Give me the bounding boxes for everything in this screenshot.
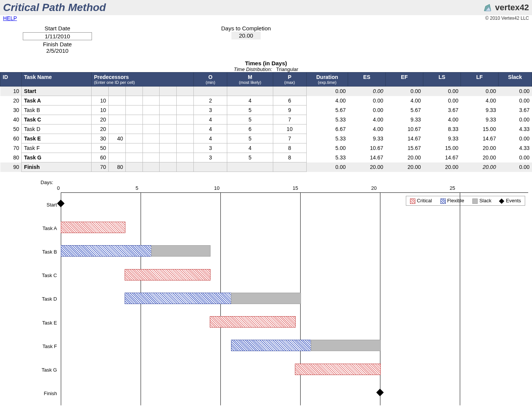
cell[interactable] bbox=[177, 134, 194, 143]
cell: 9.33 bbox=[386, 115, 423, 124]
cell[interactable]: 70 bbox=[92, 162, 109, 172]
cell[interactable]: 4 bbox=[227, 96, 273, 106]
start-date-input[interactable]: 1/11/2010 bbox=[23, 32, 92, 40]
cell[interactable] bbox=[273, 162, 306, 172]
gantt-row-label: Task G bbox=[4, 367, 61, 373]
cell[interactable]: 50 bbox=[92, 143, 109, 153]
cell: 0.00 bbox=[498, 115, 532, 124]
cell[interactable] bbox=[177, 143, 194, 153]
cell[interactable]: 7 bbox=[273, 115, 306, 124]
cell[interactable]: 40 bbox=[109, 134, 126, 143]
cell: 0.00 bbox=[306, 162, 348, 172]
help-link[interactable]: HELP bbox=[3, 15, 17, 21]
cell[interactable] bbox=[125, 134, 142, 143]
cell[interactable]: 3 bbox=[194, 143, 227, 153]
cell[interactable] bbox=[125, 106, 142, 115]
cell[interactable] bbox=[177, 153, 194, 162]
cell: 3.67 bbox=[423, 106, 461, 115]
cell[interactable]: 4 bbox=[194, 134, 227, 143]
cell[interactable] bbox=[177, 96, 194, 106]
cell[interactable] bbox=[194, 87, 227, 96]
cell[interactable] bbox=[125, 124, 142, 134]
cell[interactable]: 4 bbox=[194, 115, 227, 124]
cell[interactable] bbox=[160, 162, 177, 172]
gantt-row-body bbox=[61, 358, 528, 382]
cell[interactable] bbox=[142, 134, 160, 143]
cell[interactable]: 80 bbox=[109, 162, 126, 172]
cell[interactable] bbox=[142, 115, 160, 124]
cell[interactable]: 8 bbox=[273, 143, 306, 153]
cell[interactable] bbox=[227, 162, 273, 172]
cell[interactable]: 20 bbox=[92, 115, 109, 124]
cell[interactable]: 10 bbox=[273, 124, 306, 134]
cell[interactable] bbox=[160, 106, 177, 115]
cell[interactable] bbox=[125, 162, 142, 172]
gantt-row-body bbox=[61, 382, 528, 405]
cell[interactable] bbox=[109, 96, 126, 106]
cell[interactable] bbox=[273, 87, 306, 96]
cell[interactable]: 6 bbox=[227, 124, 273, 134]
cell[interactable] bbox=[227, 87, 273, 96]
cell[interactable] bbox=[160, 153, 177, 162]
cell[interactable]: 5 bbox=[227, 153, 273, 162]
cell[interactable] bbox=[177, 162, 194, 172]
cell[interactable]: 20 bbox=[92, 124, 109, 134]
cell[interactable]: 5 bbox=[227, 115, 273, 124]
cell[interactable] bbox=[160, 87, 177, 96]
cell[interactable] bbox=[109, 143, 126, 153]
cell: 15.00 bbox=[461, 124, 498, 134]
cell[interactable] bbox=[92, 87, 109, 96]
cell[interactable] bbox=[160, 96, 177, 106]
cell[interactable] bbox=[142, 124, 160, 134]
gantt-bar-critical bbox=[61, 222, 125, 233]
cell[interactable] bbox=[160, 115, 177, 124]
cell[interactable] bbox=[177, 115, 194, 124]
cell[interactable]: 10 bbox=[92, 106, 109, 115]
cell[interactable] bbox=[125, 153, 142, 162]
cell[interactable]: 30 bbox=[92, 134, 109, 143]
cell[interactable] bbox=[109, 87, 126, 96]
cell[interactable] bbox=[125, 115, 142, 124]
cell[interactable]: 3 bbox=[194, 106, 227, 115]
copyright: © 2010 Vertex42 LLC bbox=[485, 16, 529, 21]
cell[interactable] bbox=[125, 96, 142, 106]
cell: 10.67 bbox=[386, 124, 423, 134]
cell[interactable]: 4 bbox=[227, 143, 273, 153]
cell[interactable]: 8 bbox=[273, 153, 306, 162]
cell[interactable] bbox=[160, 124, 177, 134]
cell[interactable] bbox=[125, 143, 142, 153]
cell[interactable]: 5 bbox=[227, 106, 273, 115]
cell[interactable]: 5 bbox=[227, 134, 273, 143]
cell[interactable] bbox=[142, 87, 160, 96]
cell[interactable] bbox=[177, 124, 194, 134]
cell[interactable] bbox=[109, 115, 126, 124]
cell[interactable] bbox=[125, 87, 142, 96]
cell: 14.67 bbox=[423, 153, 461, 162]
days-completion-label: Days to Completion bbox=[221, 25, 271, 32]
cell[interactable] bbox=[142, 106, 160, 115]
table-row: 60Task E30404575.339.3314.679.3314.670.0… bbox=[0, 134, 532, 143]
cell: 5.67 bbox=[386, 106, 423, 115]
cell[interactable] bbox=[194, 162, 227, 172]
cell[interactable]: 2 bbox=[194, 96, 227, 106]
cell[interactable]: 60 bbox=[92, 153, 109, 162]
cell[interactable] bbox=[142, 162, 160, 172]
cell[interactable]: 7 bbox=[273, 134, 306, 143]
cell[interactable] bbox=[109, 153, 126, 162]
cell[interactable]: 6 bbox=[273, 96, 306, 106]
cell[interactable] bbox=[160, 134, 177, 143]
cell: 0.00 bbox=[498, 87, 532, 96]
cell[interactable]: 4 bbox=[194, 124, 227, 134]
cell[interactable] bbox=[109, 124, 126, 134]
cell[interactable]: 3 bbox=[194, 153, 227, 162]
cell[interactable] bbox=[177, 87, 194, 96]
cell[interactable] bbox=[109, 106, 126, 115]
cell[interactable]: 9 bbox=[273, 106, 306, 115]
cell[interactable] bbox=[142, 153, 160, 162]
cell[interactable] bbox=[142, 143, 160, 153]
cell[interactable] bbox=[177, 106, 194, 115]
cell[interactable]: 10 bbox=[92, 96, 109, 106]
cell[interactable] bbox=[160, 143, 177, 153]
gantt-row-body bbox=[61, 193, 528, 216]
cell[interactable] bbox=[142, 96, 160, 106]
